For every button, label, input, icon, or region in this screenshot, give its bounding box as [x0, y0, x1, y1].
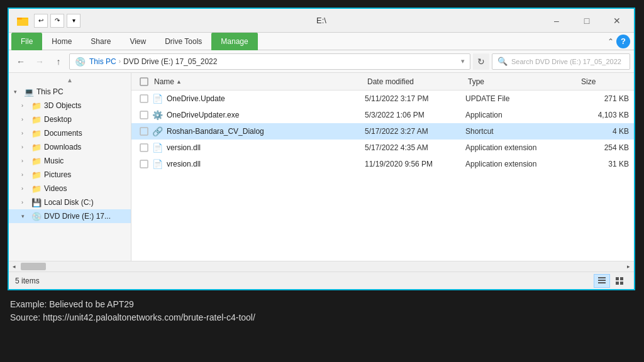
tab-drive-tools[interactable]: Drive Tools [155, 33, 211, 50]
scroll-up-arrow[interactable]: ▲ [67, 77, 73, 84]
col-header-name[interactable]: Name ▲ [152, 76, 365, 87]
large-icons-view-button[interactable] [611, 274, 628, 288]
file-date: 5/3/2022 1:06 PM [365, 111, 465, 119]
sidebar-item-desktop[interactable]: › 📁 Desktop [9, 112, 131, 126]
scroll-track[interactable] [19, 261, 623, 272]
file-type-icon: ⚙️ [152, 109, 163, 121]
file-size: 254 KB [579, 143, 629, 152]
svg-rect-7 [140, 144, 148, 151]
refresh-button[interactable]: ↻ [473, 53, 489, 70]
svg-rect-13 [620, 277, 623, 280]
tree-arrow-this-pc: ▾ [14, 89, 21, 95]
file-type: Application extension [465, 143, 579, 152]
sidebar-label-3d: 3D Objects [44, 101, 81, 110]
sidebar-item-local-disk[interactable]: › 💾 Local Disk (C:) [9, 195, 131, 209]
item-count: 5 items [15, 277, 40, 285]
quick-access-btn-1[interactable]: ↩ [34, 14, 48, 28]
up-button[interactable]: ↑ [50, 53, 67, 70]
table-row[interactable]: 📄vresion.dll11/19/2020 9:56 PMApplicatio… [131, 156, 634, 172]
address-dropdown[interactable]: ▾ [461, 57, 465, 65]
file-size: 271 KB [579, 94, 629, 103]
sidebar-item-videos[interactable]: › 📁 Videos [9, 182, 131, 195]
file-size: 4,103 KB [579, 111, 629, 119]
svg-rect-9 [598, 277, 606, 278]
sidebar-item-music[interactable]: › 📁 Music [9, 154, 131, 168]
file-rows: 📄OneDrive.Update5/11/2022 3:17 PMUPDATE … [131, 90, 634, 172]
status-bar: 5 items [9, 272, 634, 289]
address-field[interactable]: 💿 This PC › DVD Drive (E:) 17_05_2022 ▾ [69, 53, 470, 70]
breadcrumb-this-pc[interactable]: This PC [89, 57, 116, 66]
svg-rect-3 [140, 78, 148, 85]
crumb-separator-1: › [119, 58, 121, 65]
row-checkbox[interactable] [136, 160, 152, 168]
svg-rect-5 [140, 111, 148, 119]
caption-line1: Example: Believed to be APT29 [10, 298, 634, 311]
col-header-size[interactable]: Size [579, 76, 629, 87]
col-header-type[interactable]: Type [465, 76, 579, 87]
file-type: Application [465, 111, 579, 119]
file-type: UPDATE File [465, 94, 579, 103]
tab-home[interactable]: Home [42, 33, 81, 50]
details-view-button[interactable] [594, 274, 610, 288]
sidebar-label-desktop: Desktop [44, 115, 72, 124]
caption-line2: Source: https://unit42.paloaltonetworks.… [10, 311, 634, 324]
folder-icon-desktop: 📁 [31, 114, 42, 124]
sidebar-item-dvd-drive[interactable]: ▾ 💿 DVD Drive (E:) 17... [9, 209, 131, 223]
sidebar-item-pictures[interactable]: › 📁 Pictures [9, 168, 131, 182]
back-button[interactable]: ← [13, 53, 29, 70]
column-headers: Name ▲ Date modified Type Size [131, 73, 634, 90]
file-name-wrapper: 📄vresion.dll [152, 158, 365, 170]
file-name: OneDriveUpdater.exe [167, 111, 365, 119]
tree-arrow-3d: › [21, 102, 29, 109]
file-date: 5/17/2022 4:35 AM [365, 143, 465, 152]
sidebar-item-downloads[interactable]: › 📁 Downloads [9, 140, 131, 154]
row-checkbox[interactable] [136, 143, 152, 152]
sort-arrow-name: ▲ [176, 79, 182, 85]
maximize-button[interactable]: □ [572, 11, 601, 30]
scroll-left-button[interactable]: ◂ [9, 261, 19, 272]
sidebar-item-documents[interactable]: › 📁 Documents [9, 126, 131, 140]
svg-rect-15 [620, 282, 623, 285]
scroll-right-button[interactable]: ▸ [623, 261, 634, 272]
file-type-icon: 🔗 [152, 126, 163, 137]
horizontal-scrollbar[interactable]: ◂ ▸ [9, 261, 634, 272]
help-button[interactable]: ? [616, 35, 630, 48]
tab-manage[interactable]: Manage [211, 33, 257, 50]
sidebar-label-pictures: Pictures [44, 170, 71, 179]
close-button[interactable]: ✕ [602, 11, 631, 30]
file-date: 5/17/2022 3:27 AM [365, 127, 465, 136]
tab-view[interactable]: View [120, 33, 155, 50]
tree-arrow-pictures: › [21, 172, 29, 178]
table-row[interactable]: 🔗Roshan-Bandara_CV_Dialog5/17/2022 3:27 … [131, 123, 634, 140]
row-checkbox[interactable] [136, 94, 152, 103]
tab-file[interactable]: File [11, 33, 42, 50]
table-row[interactable]: 📄OneDrive.Update5/11/2022 3:17 PMUPDATE … [131, 90, 634, 107]
forward-button[interactable]: → [31, 53, 48, 70]
minimize-button[interactable]: – [542, 11, 571, 30]
row-checkbox[interactable] [136, 111, 152, 119]
ribbon-expand-icon[interactable]: ⌃ [608, 37, 614, 46]
sidebar-item-this-pc[interactable]: ▾ 💻 This PC [9, 85, 131, 99]
tab-share[interactable]: Share [81, 33, 120, 50]
table-row[interactable]: 📄version.dll5/17/2022 4:35 AMApplication… [131, 140, 634, 156]
file-type-icon: 📄 [152, 158, 163, 170]
sidebar-item-3d-objects[interactable]: › 📁 3D Objects [9, 99, 131, 112]
pc-icon: 💻 [24, 87, 34, 97]
search-field[interactable]: 🔍 Search DVD Drive (E:) 17_05_2022 [492, 53, 630, 70]
row-checkbox[interactable] [136, 127, 152, 136]
quick-access-btn-2[interactable]: ↷ [50, 14, 64, 28]
folder-icon-music: 📁 [31, 156, 42, 166]
file-date: 11/19/2020 9:56 PM [365, 160, 465, 168]
quick-access-btn-3[interactable]: ▾ [67, 14, 80, 28]
scroll-thumb[interactable] [21, 263, 46, 270]
check-all[interactable] [136, 77, 152, 86]
file-date: 5/11/2022 3:17 PM [365, 94, 465, 103]
sidebar-label-videos: Videos [44, 184, 67, 193]
breadcrumb-drive[interactable]: DVD Drive (E:) 17_05_2022 [123, 57, 217, 66]
file-size: 31 KB [579, 160, 629, 168]
sidebar: ▲ ▾ 💻 This PC › 📁 3D Objects › 📁 Desktop [9, 73, 131, 261]
col-header-date[interactable]: Date modified [365, 76, 465, 87]
sidebar-label-music: Music [44, 156, 64, 165]
file-list: Name ▲ Date modified Type Size 📄OneDrive… [131, 73, 634, 261]
table-row[interactable]: ⚙️OneDriveUpdater.exe5/3/2022 1:06 PMApp… [131, 107, 634, 123]
